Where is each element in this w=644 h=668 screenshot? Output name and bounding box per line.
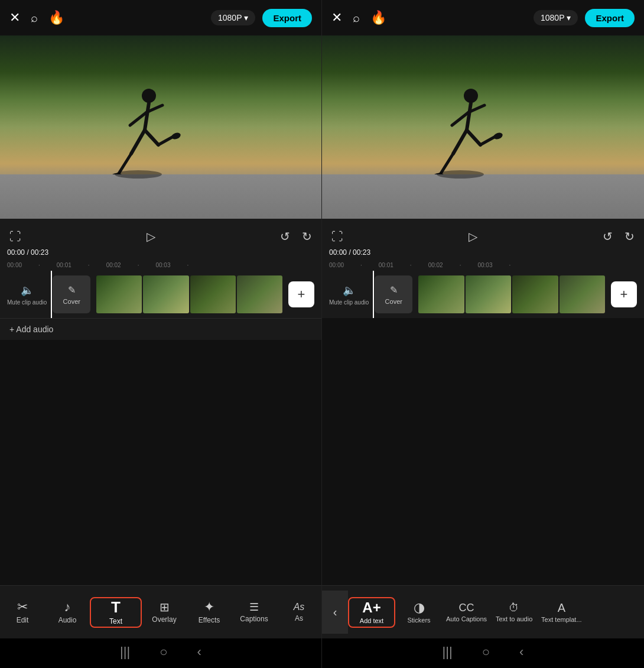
sub-item-stickers[interactable]: ◑ Stickers: [395, 597, 443, 628]
toolbar-item-text[interactable]: T Text: [90, 597, 142, 628]
left-timeline-area: ⛶ ▷ ↺ ↻ 00:00 / 00:23 00:00 · 00:01 · 00…: [0, 219, 321, 340]
right-mute-area: 🔈 Mute clip audio: [329, 284, 369, 306]
search-button[interactable]: ⌕: [31, 11, 38, 24]
right-nav-back[interactable]: ‹: [519, 644, 523, 660]
right-cover-label: Cover: [385, 298, 402, 305]
right-clip-frame-3[interactable]: [512, 275, 558, 313]
right-clip-frame-2[interactable]: [466, 275, 511, 313]
sub-item-auto-captions[interactable]: CC Auto Captions: [443, 597, 490, 628]
export-button[interactable]: Export: [262, 9, 312, 27]
right-header-right: 1080P ▾ Export: [534, 9, 635, 27]
left-nav-back[interactable]: ‹: [197, 644, 201, 660]
auto-captions-label: Auto Captions: [446, 615, 487, 622]
toolbar-item-as[interactable]: As As: [277, 600, 321, 625]
as-icon: As: [294, 602, 305, 612]
mute-icon[interactable]: 🔈: [21, 284, 34, 297]
right-header: ✕ ⌕ 🔥 1080P ▾ Export: [322, 0, 644, 35]
right-nav-bar: ||| ○ ‹: [322, 638, 644, 668]
clip-frame-4[interactable]: [237, 275, 282, 313]
effects-icon: ✦: [204, 601, 214, 614]
right-cover-thumbnail[interactable]: ✎ Cover: [375, 275, 412, 313]
left-video-canvas: [0, 35, 321, 219]
sub-item-text-template[interactable]: A Text templat...: [538, 597, 585, 628]
cover-thumbnail[interactable]: ✎ Cover: [53, 275, 90, 313]
left-timeline-track: 🔈 Mute clip audio ✎ Cover +: [0, 271, 321, 318]
left-time-display: 00:00 / 00:23: [0, 248, 321, 259]
text-to-audio-label: Text to audio: [496, 615, 532, 622]
left-header: ✕ ⌕ 🔥 1080P ▾ Export: [0, 0, 321, 35]
clip-frame-2[interactable]: [143, 275, 188, 313]
svg-point-10: [464, 89, 478, 103]
mute-area: 🔈 Mute clip audio: [7, 284, 47, 306]
audio-icon: ♪: [64, 601, 71, 614]
right-timeline-cursor: [373, 271, 374, 318]
left-playback-controls: ⛶ ▷ ↺ ↻: [0, 225, 321, 248]
captions-icon: ☰: [249, 602, 259, 612]
right-timeline-track: 🔈 Mute clip audio ✎ Cover +: [322, 271, 644, 318]
right-resolution-button[interactable]: 1080P ▾: [534, 10, 578, 25]
expand-button[interactable]: ⛶: [9, 230, 21, 244]
right-time-display: 00:00 / 00:23: [322, 248, 644, 259]
cover-edit-icon: ✎: [68, 284, 76, 296]
left-video-preview: [0, 35, 321, 219]
as-label: As: [295, 614, 303, 622]
sub-toolbar-back-button[interactable]: ‹: [322, 591, 348, 634]
toolbar-item-captions[interactable]: ☰ Captions: [232, 599, 277, 625]
add-text-label: Add text: [360, 617, 383, 624]
right-redo-button[interactable]: ↻: [625, 229, 635, 244]
left-nav-home[interactable]: ○: [160, 644, 167, 660]
resolution-button[interactable]: 1080P ▾: [211, 10, 255, 25]
add-clip-button[interactable]: +: [288, 281, 314, 307]
right-clip-frame-4[interactable]: [560, 275, 605, 313]
right-close-button[interactable]: ✕: [331, 11, 342, 24]
right-nav-menu[interactable]: |||: [443, 644, 453, 660]
right-play-button[interactable]: ▷: [469, 229, 477, 244]
left-panel: ✕ ⌕ 🔥 1080P ▾ Export: [0, 0, 322, 668]
header-right-controls: 1080P ▾ Export: [211, 9, 312, 27]
svg-line-1: [145, 103, 149, 130]
toolbar-item-overlay[interactable]: ⊞ Overlay: [142, 599, 187, 626]
brand-flame-icon: 🔥: [48, 10, 64, 25]
right-undo-button[interactable]: ↺: [603, 229, 613, 244]
right-sub-toolbar: ‹ A+ Add text ◑ Stickers CC Auto Caption…: [322, 585, 644, 638]
clip-frame-1[interactable]: [96, 275, 142, 313]
svg-line-11: [467, 103, 471, 130]
undo-redo-group: ↺ ↻: [280, 229, 312, 244]
undo-button[interactable]: ↺: [280, 229, 290, 244]
stickers-icon: ◑: [414, 601, 425, 614]
sub-item-add-text[interactable]: A+ Add text: [348, 597, 395, 628]
text-to-audio-icon: ⏱: [509, 602, 519, 613]
right-mute-icon[interactable]: 🔈: [343, 284, 356, 297]
clip-frame-3[interactable]: [190, 275, 236, 313]
svg-point-19: [493, 132, 503, 141]
cover-label: Cover: [63, 298, 80, 305]
toolbar-item-effects[interactable]: ✦ Effects: [187, 598, 232, 627]
play-button[interactable]: ▷: [147, 229, 155, 244]
add-audio-bar[interactable]: + Add audio: [0, 318, 321, 340]
mute-label: Mute clip audio: [7, 299, 47, 306]
left-bottom-toolbar: ✂ Edit ♪ Audio T Text ⊞ Overlay ✦ Effect…: [0, 585, 321, 638]
right-expand-button[interactable]: ⛶: [331, 230, 343, 244]
svg-line-4: [131, 130, 145, 154]
left-nav-bar: ||| ○ ‹: [0, 638, 321, 668]
back-arrow-icon: ‹: [333, 605, 337, 619]
sub-item-text-to-audio[interactable]: ⏱ Text to audio: [490, 597, 538, 628]
redo-button[interactable]: ↻: [302, 229, 312, 244]
toolbar-item-audio[interactable]: ♪ Audio: [45, 598, 90, 627]
right-add-clip-button[interactable]: +: [611, 281, 637, 307]
left-nav-menu[interactable]: |||: [120, 644, 130, 660]
toolbar-item-edit[interactable]: ✂ Edit: [0, 598, 45, 627]
text-label: Text: [109, 617, 122, 625]
close-button[interactable]: ✕: [9, 11, 20, 24]
add-text-icon: A+: [362, 601, 380, 615]
right-export-button[interactable]: Export: [585, 9, 635, 27]
svg-point-9: [171, 132, 181, 141]
right-panel: ✕ ⌕ 🔥 1080P ▾ Export: [322, 0, 644, 668]
right-brand-flame-icon: 🔥: [370, 10, 386, 25]
right-clip-frame-1[interactable]: [418, 275, 464, 313]
right-search-button[interactable]: ⌕: [353, 11, 360, 24]
right-video-canvas: [322, 35, 644, 219]
right-nav-home[interactable]: ○: [482, 644, 490, 660]
text-icon: T: [111, 599, 121, 615]
right-video-preview: [322, 35, 644, 219]
